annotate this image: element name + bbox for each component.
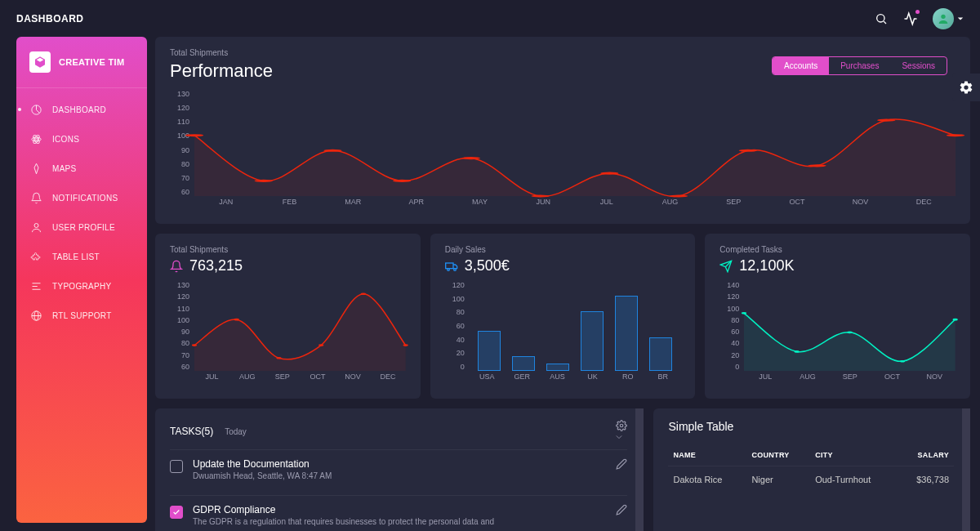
sidebar-item-table-list[interactable]: TABLE LIST <box>16 242 147 271</box>
svg-point-40 <box>848 332 853 334</box>
sales-card: Daily Sales 3,500€ 120100806040200USAGER… <box>430 234 696 399</box>
sidebar-item-label: RTL SUPPORT <box>52 311 112 320</box>
svg-point-31 <box>361 292 366 295</box>
puzzle-icon <box>29 250 42 263</box>
svg-point-32 <box>403 344 408 346</box>
task-checkbox[interactable] <box>170 460 183 473</box>
shipments-card: Total Shipments 763,215 1301201101009080… <box>155 234 421 399</box>
tasks-header: TASKS(5) Today <box>170 420 627 443</box>
align-icon <box>29 279 42 292</box>
scrollbar[interactable] <box>962 408 970 531</box>
svg-point-15 <box>185 134 203 136</box>
tasks-card: TASKS(5) Today Update the DocumentationD… <box>155 408 644 531</box>
sidebar-item-user-profile[interactable]: USER PROFILE <box>16 212 147 242</box>
page-title: DASHBOARD <box>16 13 84 25</box>
svg-point-21 <box>600 172 618 175</box>
avatar <box>933 8 954 29</box>
svg-point-42 <box>953 319 958 321</box>
settings-button[interactable] <box>952 74 980 101</box>
pencil-icon <box>616 504 627 515</box>
task-item: Update the DocumentationDwuamish Head, S… <box>170 449 627 489</box>
task-item: GDPR ComplianceThe GDPR is a regulation … <box>170 495 627 531</box>
sidebar-item-dashboard[interactable]: DASHBOARD <box>16 95 147 124</box>
topbar: DASHBOARD <box>0 0 980 37</box>
task-desc: Dwuamish Head, Seattle, WA 8:47 AM <box>193 471 606 480</box>
sidebar-item-notifications[interactable]: NOTIFICATIONS <box>16 183 147 212</box>
performance-card: Accounts Purchases Sessions Total Shipme… <box>155 37 970 224</box>
chevron-down-icon <box>957 16 964 22</box>
brand-name: CREATIVE TIM <box>59 57 124 67</box>
task-desc: The GDPR is a regulation that requires b… <box>193 517 606 526</box>
svg-point-8 <box>34 223 38 227</box>
svg-point-19 <box>462 157 480 159</box>
sidebar-item-label: NOTIFICATIONS <box>52 194 118 203</box>
sidebar-item-label: USER PROFILE <box>52 223 115 232</box>
sidebar-item-label: TABLE LIST <box>52 252 100 261</box>
simple-table: NAMECOUNTRYCITYSALARY Dakota RiceNigerOu… <box>668 444 954 493</box>
gear-icon <box>616 420 627 431</box>
task-title: Update the Documentation <box>193 458 606 470</box>
sidebar-item-label: MAPS <box>52 164 77 173</box>
svg-point-17 <box>323 149 341 152</box>
table-title: Simple Table <box>668 420 954 433</box>
shipments-value: 763,215 <box>170 257 406 274</box>
user-menu[interactable] <box>933 8 964 29</box>
svg-point-23 <box>739 149 757 152</box>
tasks-sub: Today <box>225 427 247 436</box>
search-icon[interactable] <box>874 11 889 26</box>
svg-point-4 <box>35 138 38 141</box>
table-header: COUNTRY <box>746 444 810 466</box>
table-header: CITY <box>810 444 898 466</box>
svg-point-41 <box>900 360 905 363</box>
sidebar-item-label: TYPOGRAPHY <box>52 282 111 291</box>
brand-logo-icon <box>29 51 51 73</box>
sidebar-item-label: ICONS <box>52 135 79 144</box>
svg-point-35 <box>453 268 456 270</box>
svg-point-38 <box>742 312 746 315</box>
send-icon <box>719 260 733 273</box>
svg-point-28 <box>234 319 239 321</box>
svg-point-26 <box>947 134 964 136</box>
svg-point-30 <box>318 344 323 346</box>
task-checkbox[interactable] <box>170 506 183 519</box>
svg-point-22 <box>670 194 688 197</box>
svg-point-24 <box>808 164 826 167</box>
atom-icon <box>29 132 42 145</box>
sidebar-item-rtl-support[interactable]: RTL SUPPORT <box>16 301 147 330</box>
task-edit-button[interactable] <box>616 458 627 470</box>
chart-pie-icon <box>29 103 42 116</box>
completed-value: 12,100K <box>719 257 956 274</box>
svg-point-2 <box>941 14 945 18</box>
sidebar-item-typography[interactable]: TYPOGRAPHY <box>16 271 147 301</box>
sidebar-item-icons[interactable]: ICONS <box>16 124 147 154</box>
tab-sessions[interactable]: Sessions <box>890 57 947 74</box>
delivery-icon <box>445 260 458 273</box>
svg-point-0 <box>877 14 884 21</box>
svg-point-34 <box>447 268 449 270</box>
tab-accounts[interactable]: Accounts <box>773 57 829 74</box>
tasks-settings-button[interactable] <box>616 420 627 443</box>
brand[interactable]: CREATIVE TIM <box>16 51 147 88</box>
performance-tabs: Accounts Purchases Sessions <box>772 56 947 75</box>
table-row: Dakota RiceNigerOud-Turnhout$36,738 <box>668 466 954 493</box>
svg-point-29 <box>276 357 281 359</box>
sidebar-item-maps[interactable]: MAPS <box>16 154 147 183</box>
completed-chart: 140120100806040200JULAUGSEPOCTNOV <box>719 281 956 387</box>
tab-purchases[interactable]: Purchases <box>829 57 890 74</box>
svg-point-16 <box>255 180 273 182</box>
gear-icon <box>959 80 973 95</box>
shipments-sub: Total Shipments <box>170 245 406 254</box>
svg-rect-33 <box>445 263 452 269</box>
scrollbar[interactable] <box>635 408 644 531</box>
table-header: SALARY <box>898 444 954 466</box>
topbar-actions <box>874 8 964 29</box>
bell-icon <box>170 260 183 273</box>
task-edit-button[interactable] <box>616 504 627 515</box>
svg-point-27 <box>192 344 197 346</box>
shipments-chart: 13012011010090807060JULAUGSEPOCTNOVDEC <box>170 281 406 387</box>
activity-icon[interactable] <box>903 11 918 26</box>
completed-card: Completed Tasks 12,100K 1401201008060402… <box>705 234 970 399</box>
svg-point-25 <box>877 119 895 122</box>
globe-icon <box>29 309 42 322</box>
svg-point-43 <box>621 424 624 427</box>
